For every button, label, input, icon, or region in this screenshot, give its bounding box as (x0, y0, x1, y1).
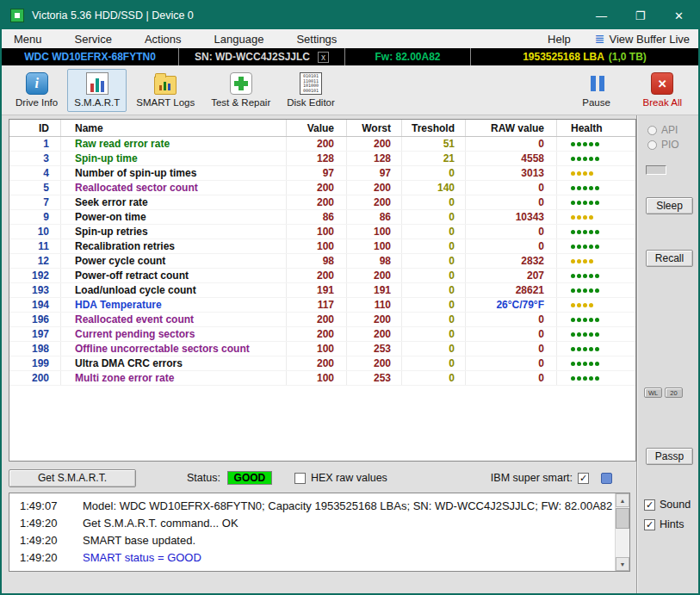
passp-button[interactable]: Passp (646, 448, 693, 465)
table-row[interactable]: 200Multi zone error rate10025300 (9, 371, 635, 386)
cell-treshold: 0 (402, 269, 466, 282)
hex-raw-values-checkbox[interactable] (294, 473, 306, 484)
table-row[interactable]: 10Spin-up retries10010000 (9, 225, 635, 239)
scroll-up-icon[interactable]: ▲ (616, 493, 629, 507)
disk-editor-button[interactable]: Disk Editor (280, 69, 342, 112)
column-header-raw-value[interactable]: RAW value (466, 120, 557, 136)
table-row[interactable]: 197Current pending sectors20020000 (9, 327, 635, 342)
sound-checkbox[interactable] (644, 499, 655, 511)
sleep-button[interactable]: Sleep (646, 197, 693, 214)
table-row[interactable]: 194HDA Temperature117110026°C/79°F (9, 298, 635, 313)
toolbar-button-label: Test & Repair (211, 97, 270, 108)
health-dot-icon (571, 332, 575, 337)
scroll-down-icon[interactable]: ▼ (616, 557, 629, 571)
health-dot-icon (589, 347, 593, 351)
log-line: 1:49:20SMART status = GOOD (9, 549, 629, 566)
column-header-value[interactable]: Value (287, 120, 347, 136)
small-button-right[interactable]: 20 (665, 387, 683, 398)
table-row[interactable]: 1Raw read error rate200200510 (9, 137, 635, 152)
cell-id: 4 (9, 166, 61, 180)
table-row[interactable]: 9Power-on time8686010343 (9, 210, 635, 225)
pio-mode-option[interactable]: PIO (647, 139, 679, 151)
table-row[interactable]: 196Reallocated event count20020000 (9, 313, 635, 327)
log-message: Model: WDC WD10EFRX-68FYTN0; Capacity 19… (63, 499, 612, 512)
ibm-super-smart-option[interactable]: IBM super smart: (491, 472, 612, 484)
column-header-treshold[interactable]: Treshold (402, 120, 466, 136)
menu-item-menu[interactable]: Menu (2, 33, 54, 46)
s-m-a-r-t-button[interactable]: S.M.A.R.T (67, 69, 127, 112)
health-dot-icon (571, 142, 575, 146)
cell-name: Power-on time (61, 210, 287, 224)
table-row[interactable]: 199Ultra DMA CRC errors20020000 (9, 356, 635, 371)
column-header-worst[interactable]: Worst (347, 120, 402, 136)
test-repair-button[interactable]: Test & Repair (204, 69, 277, 112)
minimize-button[interactable]: — (582, 2, 621, 29)
break-all-button[interactable]: Break All (636, 69, 689, 112)
device-info-bar: WDC WD10EFRX-68FYTN0 SN: WD-WCC4J2SJJLC … (2, 48, 698, 65)
column-header-health[interactable]: Health (557, 120, 635, 136)
table-row[interactable]: 7Seek error rate20020000 (9, 195, 635, 210)
scrollbar-thumb[interactable] (616, 508, 629, 529)
table-row[interactable]: 198Offline uncorrectable sectors count10… (9, 342, 635, 356)
menu-item-settings[interactable]: Settings (284, 33, 349, 46)
app-icon (10, 9, 24, 22)
menu-item-language[interactable]: Language (202, 33, 276, 46)
recall-button[interactable]: Recall (646, 250, 693, 267)
health-dot-icon (583, 376, 587, 381)
ibm-super-smart-label: IBM super smart: (491, 472, 573, 484)
drive-info-button[interactable]: Drive Info (9, 69, 65, 112)
hex-raw-values-label: HEX raw values (311, 472, 387, 484)
device-model[interactable]: WDC WD10EFRX-68FYTN0 (2, 48, 179, 65)
close-button[interactable]: ✕ (660, 2, 698, 29)
log-scrollbar[interactable]: ▲ ▼ (615, 493, 629, 571)
hints-checkbox[interactable] (644, 519, 655, 530)
pio-radio[interactable] (647, 140, 657, 150)
view-buffer-live[interactable]: ≣ View Buffer Live (595, 33, 690, 46)
cell-id: 200 (9, 371, 61, 385)
cell-id: 10 (9, 225, 61, 239)
menu-item-service[interactable]: Service (63, 33, 124, 46)
table-row[interactable]: 192Power-off retract count2002000207 (9, 269, 635, 283)
ibm-super-smart-checkbox[interactable] (578, 473, 589, 484)
cell-worst: 200 (347, 356, 402, 370)
smart-logs-button[interactable]: SMART Logs (129, 69, 201, 112)
health-dot-icon (577, 186, 581, 190)
window-controls: — ❐ ✕ (582, 2, 698, 29)
column-header-name[interactable]: Name (61, 120, 287, 136)
health-dot-icon (583, 157, 587, 161)
cell-name: Reallocated event count (61, 313, 287, 326)
health-dot-icon (583, 362, 587, 366)
api-mode-option[interactable]: API (647, 124, 678, 136)
maximize-button[interactable]: ❐ (621, 2, 660, 29)
menu-item-help[interactable]: Help (539, 33, 579, 46)
cell-name: Power cycle count (61, 254, 287, 268)
health-dot-icon (595, 201, 599, 205)
sound-option[interactable]: Sound (644, 499, 691, 511)
api-radio[interactable] (647, 126, 657, 135)
table-row[interactable]: 11Recalibration retries10010000 (9, 239, 635, 254)
table-row[interactable]: 193Load/unload cycle count191191028621 (9, 283, 635, 298)
device-serial[interactable]: SN: WD-WCC4J2SJJLC x (179, 48, 345, 65)
get-smart-button[interactable]: Get S.M.A.R.T. (9, 469, 136, 487)
serial-close-icon[interactable]: x (318, 52, 329, 63)
health-dot-icon (583, 303, 587, 307)
health-dot-icon (589, 245, 593, 249)
toolbar-left: Drive InfoS.M.A.R.TSMART LogsTest & Repa… (9, 69, 344, 112)
column-header-id[interactable]: ID (9, 120, 61, 136)
table-row[interactable]: 4Number of spin-up times979703013 (9, 166, 635, 181)
hex-raw-values-option[interactable]: HEX raw values (294, 472, 387, 484)
health-dot-icon (595, 230, 599, 234)
table-row[interactable]: 5Reallocated sector count2002001400 (9, 181, 635, 195)
menu-item-actions[interactable]: Actions (133, 33, 194, 46)
cell-raw-value: 26°C/79°F (466, 298, 557, 312)
hints-option[interactable]: Hints (644, 518, 684, 530)
cell-name: Multi zone error rate (61, 371, 287, 385)
cell-treshold: 0 (402, 327, 466, 341)
cell-value: 100 (287, 342, 347, 356)
cell-name: Current pending sectors (61, 327, 287, 341)
cell-raw-value: 0 (466, 371, 557, 385)
table-row[interactable]: 12Power cycle count989802832 (9, 254, 635, 269)
table-row[interactable]: 3Spin-up time128128214558 (9, 152, 635, 166)
pause-button[interactable]: Pause (572, 69, 622, 112)
small-button-left[interactable]: WL (644, 387, 662, 398)
